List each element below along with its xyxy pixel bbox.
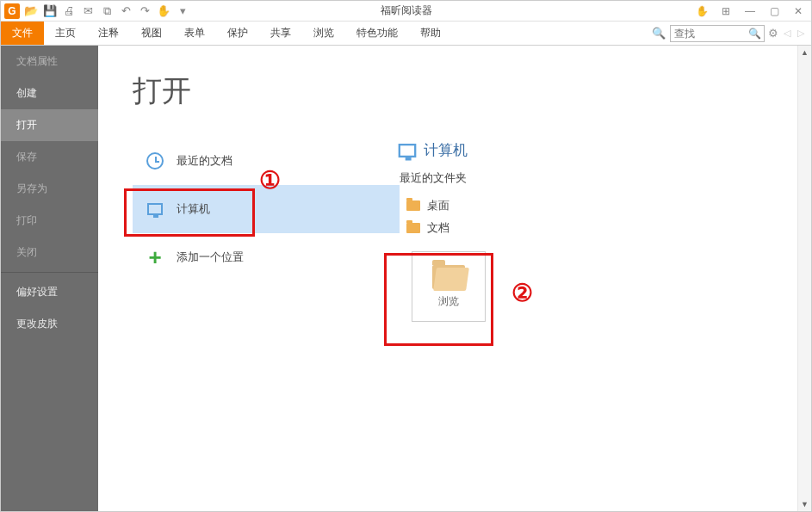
recent-folders-label: 最近的文件夹 <box>400 170 811 186</box>
tab-share[interactable]: 共享 <box>259 22 302 45</box>
browse-button[interactable]: 浏览 <box>412 251 486 322</box>
tab-help[interactable]: 帮助 <box>409 22 452 45</box>
sidebar-item-skin[interactable]: 更改皮肤 <box>1 308 98 340</box>
folder-desktop-label: 桌面 <box>427 198 449 213</box>
tab-special[interactable]: 特色功能 <box>345 22 409 45</box>
sidebar-item-preferences[interactable]: 偏好设置 <box>1 276 98 308</box>
location-add-place-label: 添加一个位置 <box>177 250 244 265</box>
minimize-button[interactable]: — <box>742 3 758 19</box>
sidebar-separator <box>1 272 98 273</box>
folder-icon <box>406 200 420 211</box>
qat-print-icon[interactable]: 🖨 <box>61 3 77 19</box>
content-area: 打开 最近的文档 计算机 + 添加一个位置 计算机 最近的文件夹 桌面 <box>98 46 811 511</box>
folder-open-icon <box>432 265 465 289</box>
qat-redo-icon[interactable]: ↷ <box>137 3 152 19</box>
sidebar-item-close[interactable]: 关闭 <box>1 237 98 268</box>
location-add-place[interactable]: + 添加一个位置 <box>133 233 400 281</box>
tab-form[interactable]: 表单 <box>173 22 216 45</box>
tab-annotate[interactable]: 注释 <box>87 22 130 45</box>
view-mode-icon[interactable]: ⊞ <box>718 3 734 19</box>
scrollbar-down-icon[interactable]: ▼ <box>798 497 811 511</box>
vertical-scrollbar[interactable]: ▲ ▼ <box>797 46 811 511</box>
open-locations-column: 打开 最近的文档 计算机 + 添加一个位置 <box>133 71 400 511</box>
folder-documents-label: 文档 <box>427 220 449 236</box>
scrollbar-up-icon[interactable]: ▲ <box>798 46 811 59</box>
location-recent-docs-label: 最近的文档 <box>177 153 232 169</box>
app-icon[interactable]: G <box>4 3 20 19</box>
maximize-button[interactable]: ▢ <box>766 3 782 19</box>
sidebar-item-saveas[interactable]: 另存为 <box>1 173 98 205</box>
sidebar-item-save[interactable]: 保存 <box>1 141 98 173</box>
qat-open-icon[interactable]: 📂 <box>23 3 39 19</box>
folder-icon <box>406 223 420 233</box>
monitor-icon <box>399 143 417 157</box>
search-input[interactable] <box>670 25 765 42</box>
qat-snap-icon[interactable]: ⧉ <box>99 3 115 19</box>
clock-icon <box>146 152 164 170</box>
tab-protect[interactable]: 保护 <box>216 22 259 45</box>
location-computer-label: 计算机 <box>177 201 210 217</box>
tab-home[interactable]: 主页 <box>44 22 87 45</box>
touch-mode-icon[interactable]: ✋ <box>694 3 710 19</box>
ribbon-tabs: 文件 主页 注释 视图 表单 保护 共享 浏览 特色功能 帮助 🔍 🔍 ⚙ ◁ … <box>1 22 811 46</box>
open-detail-column: 计算机 最近的文件夹 桌面 文档 浏览 <box>400 71 811 511</box>
window-title: 福昕阅读器 <box>381 3 432 18</box>
sidebar-item-open[interactable]: 打开 <box>1 109 98 141</box>
title-bar: G 📂 💾 🖨 ✉ ⧉ ↶ ↷ ✋ ▾ 福昕阅读器 ✋ ⊞ — ▢ ✕ <box>1 1 811 22</box>
location-computer[interactable]: 计算机 <box>133 185 400 233</box>
tab-view[interactable]: 视图 <box>130 22 173 45</box>
tab-browse[interactable]: 浏览 <box>302 22 345 45</box>
folder-desktop[interactable]: 桌面 <box>400 194 811 217</box>
tab-file[interactable]: 文件 <box>1 22 44 45</box>
location-recent-docs[interactable]: 最近的文档 <box>133 137 400 185</box>
detail-heading-label: 计算机 <box>424 140 468 160</box>
qat-save-icon[interactable]: 💾 <box>42 3 58 19</box>
prev-result-icon[interactable]: ◁ <box>782 28 792 39</box>
search-settings-icon[interactable]: ⚙ <box>768 27 778 40</box>
find-icon[interactable]: 🔍 <box>651 26 666 41</box>
sidebar-item-print[interactable]: 打印 <box>1 205 98 237</box>
file-sidebar: 文档属性 创建 打开 保存 另存为 打印 关闭 偏好设置 更改皮肤 <box>1 46 98 511</box>
qat-hand-icon[interactable]: ✋ <box>156 3 171 19</box>
page-title: 打开 <box>133 71 400 111</box>
window-controls: ✋ ⊞ — ▢ ✕ <box>694 3 806 19</box>
qat-undo-icon[interactable]: ↶ <box>118 3 133 19</box>
sidebar-item-properties[interactable]: 文档属性 <box>1 46 98 77</box>
plus-icon: + <box>148 246 161 268</box>
sidebar-item-create[interactable]: 创建 <box>1 77 98 109</box>
detail-heading: 计算机 <box>400 140 811 160</box>
main-area: 文档属性 创建 打开 保存 另存为 打印 关闭 偏好设置 更改皮肤 打开 最近的… <box>1 46 811 511</box>
quick-access-toolbar: G 📂 💾 🖨 ✉ ⧉ ↶ ↷ ✋ ▾ <box>1 3 190 19</box>
browse-button-label: 浏览 <box>438 294 459 309</box>
folder-documents[interactable]: 文档 <box>400 217 811 239</box>
close-button[interactable]: ✕ <box>790 3 806 19</box>
qat-dropdown-icon[interactable]: ▾ <box>175 3 190 19</box>
next-result-icon[interactable]: ▷ <box>796 28 806 39</box>
qat-mail-icon[interactable]: ✉ <box>80 3 96 19</box>
monitor-icon <box>147 203 163 215</box>
search-area: 🔍 🔍 ⚙ ◁ ▷ <box>651 22 811 45</box>
